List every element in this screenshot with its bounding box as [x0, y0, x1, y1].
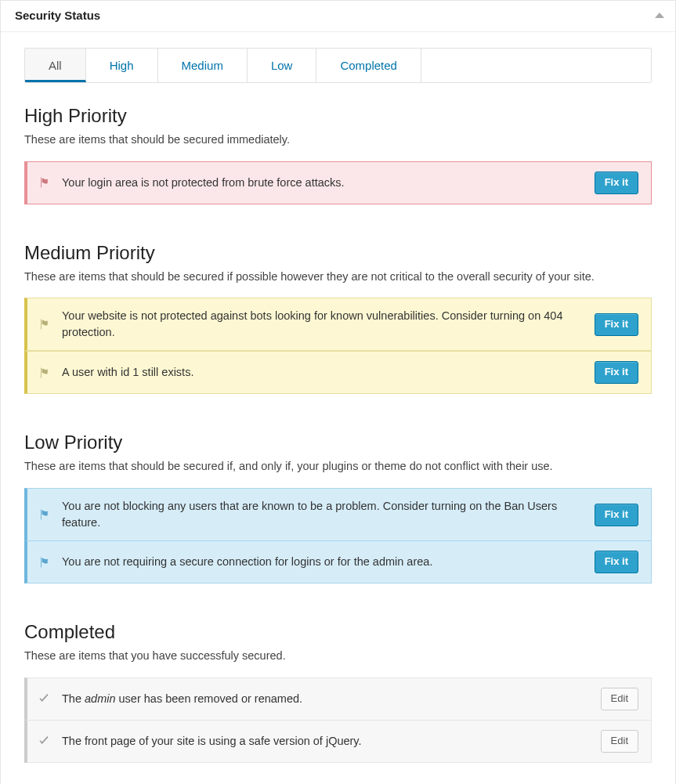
status-row: You are not requiring a secure connectio… [24, 541, 652, 583]
section-subtitle: These are items that should be secured i… [24, 458, 652, 475]
tab-all[interactable]: All [25, 49, 86, 82]
panel-title: Security Status [15, 9, 100, 22]
status-message: The front page of your site is using a s… [62, 733, 590, 750]
section-title: Medium Priority [24, 242, 652, 264]
medium-items: Your website is not protected against bo… [24, 298, 652, 394]
status-row: Your website is not protected against bo… [24, 298, 652, 351]
edit-button[interactable]: Edit [601, 688, 638, 710]
status-message: You are not requiring a secure connectio… [62, 554, 584, 570]
section-completed: Completed These are items that you have … [24, 621, 652, 763]
section-title: High Priority [24, 105, 652, 127]
tab-completed[interactable]: Completed [316, 49, 421, 82]
high-items: Your login area is not protected from br… [24, 161, 652, 204]
flag-icon [37, 176, 51, 189]
fix-it-button[interactable]: Fix it [595, 313, 638, 336]
fix-it-button[interactable]: Fix it [595, 172, 638, 194]
section-medium-priority: Medium Priority These are items that sho… [24, 242, 652, 395]
low-items: You are not blocking any users that are … [24, 488, 652, 583]
completed-items: The admin user has been removed or renam… [24, 677, 652, 763]
flag-icon [37, 508, 51, 521]
tab-medium[interactable]: Medium [158, 49, 248, 82]
flag-icon [37, 556, 51, 569]
status-row: The admin user has been removed or renam… [24, 677, 652, 721]
status-message: You are not blocking any users that are … [62, 498, 584, 531]
section-title: Low Priority [24, 432, 652, 453]
section-low-priority: Low Priority These are items that should… [24, 432, 652, 583]
status-message: A user with id 1 still exists. [62, 364, 584, 381]
section-high-priority: High Priority These are items that shoul… [24, 105, 652, 204]
security-status-panel: Security Status All High Medium Low Comp… [0, 0, 676, 784]
status-row: Your login area is not protected from br… [24, 161, 652, 204]
check-icon [37, 735, 51, 747]
flag-icon [37, 318, 51, 331]
fix-it-button[interactable]: Fix it [595, 361, 638, 384]
tab-low[interactable]: Low [248, 49, 317, 82]
section-subtitle: These are items that you have successful… [24, 648, 652, 665]
panel-header: Security Status [1, 1, 675, 32]
section-subtitle: These are items that should be secured i… [24, 132, 652, 149]
status-message: Your login area is not protected from br… [62, 175, 584, 191]
panel-body: All High Medium Low Completed High Prior… [1, 32, 675, 784]
status-message: The admin user has been removed or renam… [62, 691, 590, 707]
status-row: You are not blocking any users that are … [24, 488, 652, 541]
edit-button[interactable]: Edit [601, 730, 638, 753]
section-title: Completed [24, 621, 652, 643]
status-message: Your website is not protected against bo… [62, 308, 584, 341]
filter-tabs: All High Medium Low Completed [24, 48, 652, 83]
check-icon [37, 692, 51, 705]
panel-toggle-icon[interactable] [655, 13, 664, 18]
fix-it-button[interactable]: Fix it [595, 504, 638, 526]
status-row: The front page of your site is using a s… [24, 721, 652, 763]
status-row: A user with id 1 still exists. Fix it [24, 351, 652, 394]
tab-high[interactable]: High [86, 49, 158, 82]
fix-it-button[interactable]: Fix it [595, 551, 638, 573]
section-subtitle: These are items that should be secured i… [24, 269, 652, 286]
flag-icon [37, 367, 51, 379]
